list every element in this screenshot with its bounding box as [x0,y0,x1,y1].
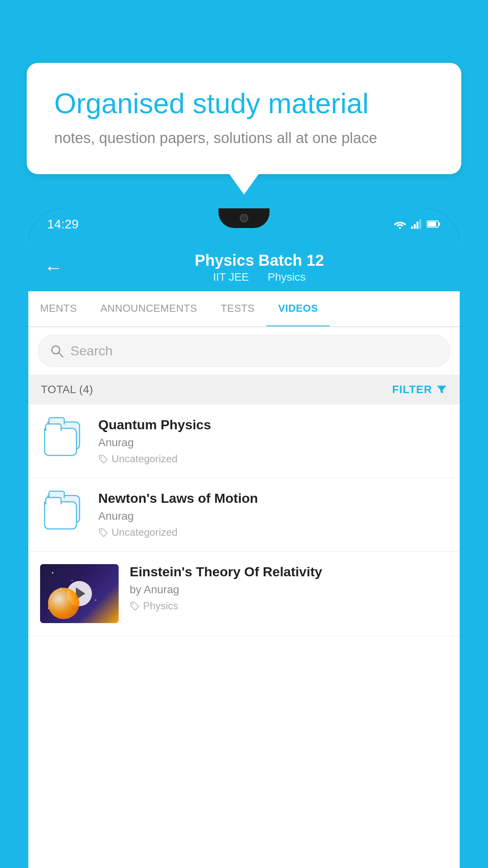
bubble-subtitle: notes, question papers, solutions all at… [54,130,434,147]
tag-icon-1 [98,454,108,464]
folder-icon-newton [44,495,83,530]
batch-title: Physics Batch 12 [75,252,444,269]
video-author-2: Anurag [98,510,448,522]
signal-icon [411,219,422,229]
status-bar: 14:29 [28,208,460,240]
video-info-1: Quantum Physics Anurag Uncategorized [98,417,448,465]
search-icon [50,344,64,358]
app-header: ← Physics Batch 12 IIT JEE Physics [28,240,460,291]
subtitle-physics: Physics [268,271,305,283]
phone-frame: 14:29 [28,208,460,868]
search-bar[interactable]: Search [38,335,450,367]
video-thumb-2 [40,491,87,534]
svg-line-9 [59,353,63,357]
video-item-1[interactable]: Quantum Physics Anurag Uncategorized [28,405,460,478]
video-tag-2: Uncategorized [98,526,448,539]
folder-front-2 [44,501,77,530]
video-item-3[interactable]: Einstein's Theory Of Relativity by Anura… [28,552,460,636]
svg-rect-6 [427,222,436,226]
svg-point-0 [399,227,401,229]
svg-rect-3 [416,222,418,229]
video-tag-3: Physics [130,600,448,612]
tag-icon-2 [98,528,108,538]
subtitle-iitjee: IIT JEE [213,271,249,283]
video-title-2: Newton's Laws of Motion [98,491,448,506]
tab-tests[interactable]: TESTS [209,291,266,326]
tag-icon-3 [130,601,140,611]
svg-rect-7 [438,223,440,226]
batch-subtitle: IIT JEE Physics [75,271,444,283]
status-icons [394,219,441,229]
svg-rect-1 [411,226,413,229]
video-list: Quantum Physics Anurag Uncategorized [28,405,460,636]
filter-bar: TOTAL (4) FILTER [28,375,460,405]
svg-point-10 [101,456,102,458]
svg-rect-2 [414,224,416,229]
header-title-group: Physics Batch 12 IIT JEE Physics [75,252,444,283]
video-tag-text-2: Uncategorized [112,526,178,539]
folder-icon-quantum [44,421,83,456]
video-title-1: Quantum Physics [98,417,448,432]
total-count: TOTAL (4) [41,383,93,396]
video-author-3: by Anurag [130,583,448,596]
speech-bubble: Organised study material notes, question… [27,63,461,174]
video-author-1: Anurag [98,436,448,449]
video-info-2: Newton's Laws of Motion Anurag Uncategor… [98,491,448,539]
video-thumb-1 [40,417,87,460]
filter-label: FILTER [392,383,432,396]
tab-bar: MENTS ANNOUNCEMENTS TESTS VIDEOS [28,291,460,327]
bubble-title: Organised study material [54,86,434,120]
video-tag-text-3: Physics [143,600,178,612]
filter-button[interactable]: FILTER [392,383,447,396]
svg-rect-4 [419,219,421,229]
svg-point-12 [132,603,134,605]
notch [218,208,270,228]
status-time: 14:29 [47,217,79,232]
back-button[interactable]: ← [44,257,63,278]
video-thumbnail-einstein [40,564,119,623]
video-tag-1: Uncategorized [98,453,448,465]
folder-front [44,428,77,456]
svg-point-11 [101,530,102,531]
tab-ments[interactable]: MENTS [28,291,89,326]
search-placeholder: Search [70,343,113,359]
tab-videos[interactable]: VIDEOS [266,291,330,327]
wifi-icon [394,219,406,229]
battery-icon [427,220,441,228]
video-tag-text-1: Uncategorized [112,453,178,465]
filter-funnel-icon [436,384,447,395]
video-title-3: Einstein's Theory Of Relativity [130,564,448,579]
video-item-2[interactable]: Newton's Laws of Motion Anurag Uncategor… [28,478,460,552]
tab-announcements[interactable]: ANNOUNCEMENTS [89,291,209,326]
video-info-3: Einstein's Theory Of Relativity by Anura… [130,564,448,612]
search-container: Search [28,327,460,375]
camera-icon [240,214,248,223]
phone-screen: ← Physics Batch 12 IIT JEE Physics MENTS… [28,240,460,868]
